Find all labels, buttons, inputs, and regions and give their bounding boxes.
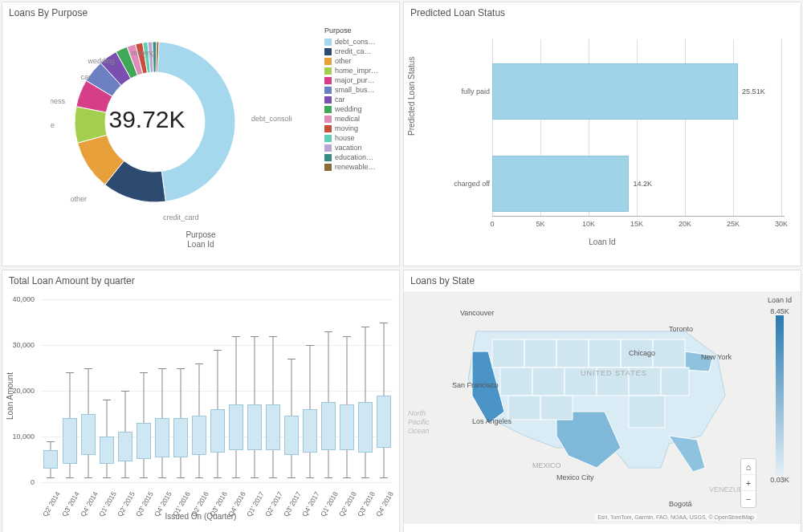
legend-item[interactable]: renewable… bbox=[324, 163, 393, 171]
legend-item[interactable]: debt_cons… bbox=[324, 38, 393, 46]
loans-by-purpose-panel: Loans By Purpose debt_consolidationcredi… bbox=[2, 2, 400, 266]
city-sf: San Francisco bbox=[452, 381, 499, 389]
box-Q4-2015[interactable] bbox=[155, 299, 169, 482]
box-Q3-2015[interactable] bbox=[137, 299, 151, 482]
box-body bbox=[118, 432, 132, 461]
whisker-cap bbox=[214, 350, 222, 351]
svg-rect-11 bbox=[661, 368, 689, 396]
map-home-button[interactable]: ⌂ bbox=[741, 459, 756, 475]
whisker-cap bbox=[251, 336, 259, 337]
box-body bbox=[43, 450, 58, 469]
panel-title: Total Loan Amount by quarter bbox=[2, 270, 399, 291]
map-zoom-out-button[interactable]: − bbox=[741, 491, 756, 507]
box-Q4-2018[interactable] bbox=[377, 299, 391, 482]
legend-label: debt_cons… bbox=[335, 38, 376, 46]
box-Q3-2014[interactable] bbox=[63, 299, 77, 482]
legend-item[interactable]: car bbox=[324, 95, 393, 104]
city-newyork: New York bbox=[701, 353, 732, 361]
box-Q2-2014[interactable] bbox=[43, 299, 58, 482]
legend-item[interactable]: credit_ca… bbox=[324, 47, 393, 55]
box-body bbox=[247, 404, 262, 450]
legend-swatch bbox=[324, 125, 332, 132]
bar-rect bbox=[492, 63, 738, 120]
bar-fully-paid[interactable] bbox=[492, 63, 738, 120]
box-Q4-2016[interactable] bbox=[229, 299, 243, 482]
box-body bbox=[173, 418, 188, 457]
legend-item[interactable]: major_pur… bbox=[324, 76, 393, 84]
city-mexicocity: Mexico City bbox=[556, 473, 594, 481]
legend-label: medical bbox=[335, 115, 360, 123]
legend-item[interactable]: medical bbox=[324, 115, 393, 123]
whisker-cap bbox=[158, 368, 166, 369]
box-Q2-2015[interactable] bbox=[118, 299, 132, 482]
box-Q3-2018[interactable] bbox=[358, 299, 373, 482]
box-Q3-2017[interactable] bbox=[284, 299, 299, 482]
label-mexico: MEXICO bbox=[532, 461, 561, 469]
whisker-cap bbox=[66, 477, 74, 478]
box-Q3-2016[interactable] bbox=[210, 299, 225, 482]
svg-rect-7 bbox=[532, 368, 565, 396]
box-Q1-2016[interactable] bbox=[173, 299, 188, 482]
box-Q1-2018[interactable] bbox=[321, 299, 336, 482]
box-chart[interactable]: Loan Amount Q2' 2014Q3' 2014Q4' 2014Q1' … bbox=[2, 291, 399, 524]
legend-label: credit_ca… bbox=[335, 47, 372, 55]
map[interactable]: Vancouver Toronto Chicago New York San F… bbox=[404, 291, 801, 524]
whisker-cap bbox=[66, 372, 74, 373]
box-ytick: 10,000 bbox=[2, 433, 35, 441]
legend-item[interactable]: other bbox=[324, 57, 393, 65]
box-body bbox=[303, 409, 317, 453]
loan-amount-by-quarter-panel: Total Loan Amount by quarter Loan Amount… bbox=[2, 270, 400, 532]
legend-item[interactable]: home_impr… bbox=[324, 67, 393, 75]
city-vancouver: Vancouver bbox=[460, 309, 494, 317]
legend-swatch bbox=[324, 144, 332, 152]
box-Q1-2015[interactable] bbox=[100, 299, 114, 482]
box-ytick: 20,000 bbox=[2, 387, 35, 395]
legend-item[interactable]: vacation bbox=[324, 144, 393, 152]
legend-item[interactable]: wedding bbox=[324, 105, 393, 113]
donut-chart[interactable]: debt_consolidationcredit_cardotherhome_i… bbox=[2, 23, 399, 232]
map-svg: Vancouver Toronto Chicago New York San F… bbox=[404, 291, 757, 508]
state-fl[interactable] bbox=[669, 436, 705, 472]
box-body bbox=[137, 423, 151, 460]
legend-item[interactable]: house bbox=[324, 134, 393, 142]
box-body bbox=[63, 418, 77, 464]
svg-rect-1 bbox=[524, 339, 556, 368]
box-body bbox=[81, 414, 96, 455]
box-Q1-2017[interactable] bbox=[247, 299, 262, 482]
panel-title: Loans By Purpose bbox=[2, 2, 399, 23]
whisker-cap bbox=[140, 477, 148, 478]
map-zoom-in-button[interactable]: + bbox=[741, 475, 756, 491]
whisker-cap bbox=[195, 363, 203, 364]
box-xlabel: Issued On (Quarter) bbox=[2, 512, 399, 521]
box-body bbox=[210, 409, 225, 453]
box-Q4-2014[interactable] bbox=[81, 299, 96, 482]
bar-chart[interactable]: Predicted Loan Status 05K10K15K20K25K30K… bbox=[404, 23, 801, 248]
city-toronto: Toronto bbox=[669, 325, 693, 333]
bar-charged-off[interactable] bbox=[492, 156, 629, 212]
legend-swatch bbox=[324, 87, 332, 94]
svg-rect-12 bbox=[508, 396, 540, 420]
legend-item[interactable]: moving bbox=[324, 124, 393, 132]
legend-label: renewable… bbox=[335, 163, 376, 171]
box-Q4-2017[interactable] bbox=[303, 299, 317, 482]
box-Q2-2018[interactable] bbox=[340, 299, 354, 482]
box-Q2-2016[interactable] bbox=[192, 299, 206, 482]
legend-item[interactable]: education… bbox=[324, 153, 393, 161]
legend-swatch bbox=[324, 135, 332, 142]
map-legend-title: Loan Id bbox=[764, 296, 796, 304]
bar-xtick: 10K bbox=[582, 220, 595, 228]
box-body bbox=[229, 404, 243, 450]
ocean-label-3: Ocean bbox=[408, 427, 430, 435]
map-legend-max: 8.45K bbox=[764, 307, 796, 315]
legend-swatch bbox=[324, 48, 332, 55]
bar-ylabel: Predicted Loan Status bbox=[407, 57, 416, 136]
legend-item[interactable]: small_bus… bbox=[324, 86, 393, 94]
panel-title: Predicted Loan Status bbox=[404, 2, 801, 23]
panel-title: Loans by State bbox=[404, 270, 801, 291]
svg-rect-6 bbox=[500, 368, 532, 396]
whisker-cap bbox=[361, 477, 369, 478]
bar-value-label: 14.2K bbox=[633, 180, 652, 188]
whisker-cap bbox=[343, 336, 351, 337]
box-Q2-2017[interactable] bbox=[266, 299, 280, 482]
whisker-cap bbox=[287, 477, 296, 478]
